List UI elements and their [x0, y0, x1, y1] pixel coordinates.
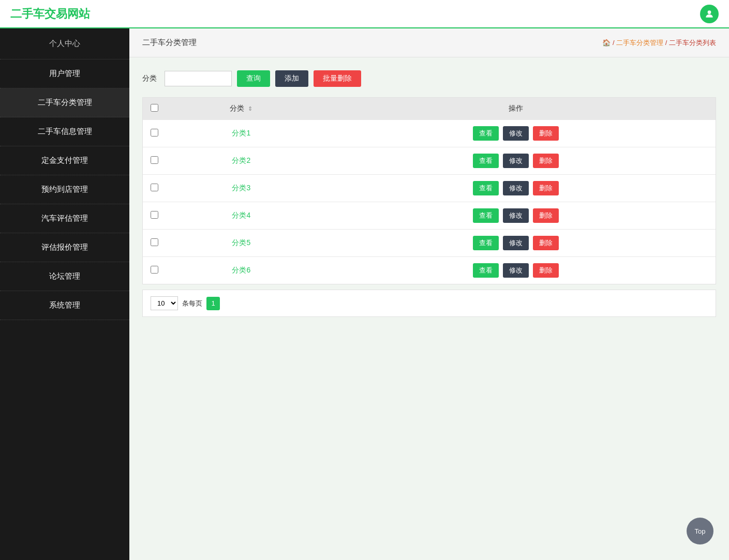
- sidebar-item-car-eval-mgmt[interactable]: 汽车评估管理: [0, 204, 129, 233]
- user-avatar[interactable]: [700, 5, 719, 23]
- breadcrumb-part1[interactable]: 二手车分类管理: [616, 39, 663, 47]
- breadcrumb: 🏠 / 二手车分类管理 / 二手车分类列表: [602, 38, 716, 48]
- view-button[interactable]: 查看: [473, 126, 499, 141]
- view-button[interactable]: 查看: [473, 236, 499, 250]
- delete-button[interactable]: 删除: [533, 154, 559, 168]
- filter-input[interactable]: [165, 71, 232, 86]
- table-row: 分类6 查看 修改 删除: [143, 257, 716, 284]
- sort-icon[interactable]: ⇕: [248, 105, 252, 112]
- svg-point-0: [708, 10, 711, 14]
- view-button[interactable]: 查看: [473, 181, 499, 195]
- add-button[interactable]: 添加: [275, 70, 308, 87]
- table-row: 分类3 查看 修改 删除: [143, 175, 716, 202]
- breadcrumb-home[interactable]: 🏠: [602, 39, 611, 47]
- table-row: 分类4 查看 修改 删除: [143, 202, 716, 230]
- col-category: 分类 ⇕: [166, 98, 317, 120]
- query-button[interactable]: 查询: [237, 70, 270, 87]
- sidebar-item-appointment-mgmt[interactable]: 预约到店管理: [0, 175, 129, 204]
- edit-button[interactable]: 修改: [503, 181, 529, 195]
- view-button[interactable]: 查看: [473, 208, 499, 223]
- header: 二手车交易网站: [0, 0, 729, 28]
- col-action: 操作: [317, 98, 716, 120]
- top-button[interactable]: Top: [687, 518, 713, 544]
- table-row: 分类5 查看 修改 删除: [143, 230, 716, 257]
- breadcrumb-part2: 二手车分类列表: [669, 39, 716, 47]
- pagination-bar: 10 20 50 条每页 1: [142, 290, 716, 317]
- delete-button[interactable]: 删除: [533, 181, 559, 195]
- sidebar-item-system-mgmt[interactable]: 系统管理: [0, 291, 129, 320]
- select-all-checkbox[interactable]: [151, 104, 158, 112]
- row-checkbox[interactable]: [151, 184, 158, 191]
- main-content: 二手车分类管理 🏠 / 二手车分类管理 / 二手车分类列表 分类 查询 添加 批…: [129, 28, 729, 560]
- page-title: 二手车分类管理: [142, 38, 197, 48]
- breadcrumb-sep2: /: [665, 39, 669, 47]
- filter-label: 分类: [142, 74, 157, 83]
- delete-button[interactable]: 删除: [533, 126, 559, 141]
- batch-delete-button[interactable]: 批量删除: [314, 70, 361, 87]
- sidebar-item-user-mgmt[interactable]: 用户管理: [0, 59, 129, 88]
- row-checkbox[interactable]: [151, 211, 158, 219]
- sidebar-item-forum-mgmt[interactable]: 论坛管理: [0, 262, 129, 291]
- edit-button[interactable]: 修改: [503, 263, 529, 278]
- row-checkbox[interactable]: [151, 156, 158, 164]
- sidebar-top-label: 个人中心: [49, 39, 80, 48]
- page-size-select[interactable]: 10 20 50: [151, 296, 178, 310]
- delete-button[interactable]: 删除: [533, 208, 559, 223]
- edit-button[interactable]: 修改: [503, 208, 529, 223]
- table-row: 分类2 查看 修改 删除: [143, 147, 716, 175]
- delete-button[interactable]: 删除: [533, 263, 559, 278]
- sidebar-item-eval-price-mgmt[interactable]: 评估报价管理: [0, 233, 129, 262]
- main-layout: 个人中心 用户管理 二手车分类管理 二手车信息管理 定金支付管理 预约到店管理 …: [0, 28, 729, 560]
- sidebar-top: 个人中心: [0, 28, 129, 59]
- delete-button[interactable]: 删除: [533, 236, 559, 250]
- page-header: 二手车分类管理 🏠 / 二手车分类管理 / 二手车分类列表: [129, 28, 729, 57]
- sidebar: 个人中心 用户管理 二手车分类管理 二手车信息管理 定金支付管理 预约到店管理 …: [0, 28, 129, 560]
- edit-button[interactable]: 修改: [503, 126, 529, 141]
- row-checkbox[interactable]: [151, 129, 158, 137]
- category-link[interactable]: 分类2: [232, 156, 250, 164]
- row-checkbox[interactable]: [151, 266, 158, 274]
- edit-button[interactable]: 修改: [503, 154, 529, 168]
- category-table: 分类 ⇕ 操作 分类1 查看: [142, 97, 716, 284]
- category-link[interactable]: 分类3: [232, 184, 250, 192]
- table-row: 分类1 查看 修改 删除: [143, 120, 716, 147]
- sidebar-item-deposit-mgmt[interactable]: 定金支付管理: [0, 146, 129, 175]
- view-button[interactable]: 查看: [473, 154, 499, 168]
- site-title: 二手车交易网站: [10, 6, 90, 22]
- edit-button[interactable]: 修改: [503, 236, 529, 250]
- row-checkbox[interactable]: [151, 238, 158, 246]
- per-page-label: 条每页: [182, 299, 202, 308]
- category-link[interactable]: 分类4: [232, 211, 250, 219]
- category-link[interactable]: 分类6: [232, 266, 250, 274]
- page-1-button[interactable]: 1: [206, 297, 220, 310]
- category-link[interactable]: 分类5: [232, 238, 250, 247]
- sidebar-item-car-info-mgmt[interactable]: 二手车信息管理: [0, 117, 129, 146]
- sidebar-item-car-category-mgmt[interactable]: 二手车分类管理: [0, 88, 129, 117]
- category-link[interactable]: 分类1: [232, 129, 250, 137]
- filter-bar: 分类 查询 添加 批量删除: [142, 70, 716, 87]
- content-area: 分类 查询 添加 批量删除 分类 ⇕: [129, 57, 729, 330]
- view-button[interactable]: 查看: [473, 263, 499, 278]
